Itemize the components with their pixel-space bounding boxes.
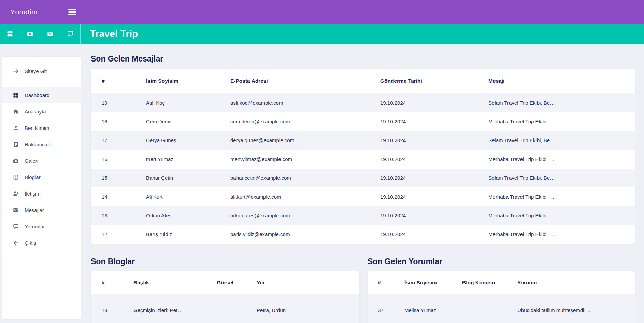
messages-table-header: # İsim Soyisim E-Posta Adresi Gönderme T…	[91, 69, 635, 93]
sidebar-item-anasayfa[interactable]: Anasayfa	[2, 103, 81, 120]
comments-table-header: # İsim Soyisim Blog Konusu Yorumu	[368, 271, 635, 294]
column-header: Görsel	[217, 280, 257, 286]
column-header: İsim Soyisim	[404, 280, 462, 286]
sidebar-item-mesajlar[interactable]: Mesajlar	[2, 202, 81, 218]
grid-icon	[13, 92, 19, 98]
messages-section-title: Son Gelen Mesajlar	[91, 54, 635, 64]
camera-icon	[13, 158, 19, 164]
mail-icon	[47, 30, 54, 37]
comments-section-title: Son Gelen Yorumlar	[368, 257, 635, 266]
sidebar-item-bloglar[interactable]: Bloglar	[2, 169, 81, 185]
main-content: Son Gelen Mesajlar # İsim Soyisim E-Post…	[81, 44, 644, 323]
table-row: 18Cem Demircem.demir@example.com19.10.20…	[91, 112, 635, 131]
sidebar: Siteye Git Dashboard Anasayfa Ben Kimim …	[2, 56, 81, 320]
column-header: #	[378, 280, 404, 286]
messages-shortcut-button[interactable]	[40, 24, 60, 44]
sidebar-item-dashboard[interactable]: Dashboard	[2, 87, 81, 103]
sidebar-item-yorumlar[interactable]: Yorumlar	[2, 218, 81, 234]
user-icon	[13, 125, 19, 131]
column-header: Başlık	[133, 280, 217, 286]
blogs-section: Son Bloglar # Başlık Görsel Yer 18 Geçmi…	[91, 244, 359, 323]
sidebar-item-label: İletişim	[25, 191, 41, 197]
mail-icon	[13, 207, 19, 213]
column-header: Mesajı	[488, 78, 635, 84]
camera-icon	[27, 30, 33, 37]
column-header: E-Posta Adresi	[230, 78, 380, 84]
column-header: Gönderme Tarihi	[380, 78, 488, 84]
blogs-table-header: # Başlık Görsel Yer	[91, 271, 359, 294]
column-header: Yer	[257, 280, 359, 286]
messages-table: # İsim Soyisim E-Posta Adresi Gönderme T…	[91, 69, 635, 244]
journal-icon	[13, 174, 19, 180]
comments-section: Son Gelen Yorumlar # İsim Soyisim Blog K…	[368, 244, 635, 323]
sidebar-item-hakkimizda[interactable]: Hakkımızda	[2, 136, 81, 152]
sidebar-item-label: Galeri	[25, 158, 38, 164]
sidebar-item-label: Hakkımızda	[25, 142, 52, 147]
sidebar-item-cikis[interactable]: Çıkış	[2, 234, 81, 251]
table-row: 15Bahar Çetinbahar.cetin@example.com19.1…	[91, 169, 635, 187]
column-header: #	[102, 78, 146, 84]
blogs-table: # Başlık Görsel Yer 18 Geçmişin İzleri: …	[91, 271, 359, 323]
table-row: 13Orkun Ateşorkun.ates@example.com19.10.…	[91, 206, 635, 225]
sidebar-item-galeri[interactable]: Galeri	[2, 152, 81, 169]
chat-icon	[13, 223, 19, 230]
menu-toggle-button[interactable]	[68, 9, 76, 15]
column-header: Yorumu	[517, 280, 635, 286]
app-brand: Yönetim	[10, 8, 68, 16]
blogs-section-title: Son Bloglar	[91, 257, 359, 266]
hamburger-icon	[68, 9, 76, 10]
sidebar-item-label: Mesajlar	[25, 207, 44, 213]
sidebar-item-label: Çıkış	[25, 240, 36, 246]
top-app-bar: Yönetim	[0, 0, 644, 24]
sidebar-item-iletisim[interactable]: İletişim	[2, 185, 81, 202]
table-row: 18 Geçmişin İzleri: Pet… Petra, Ürdün	[91, 294, 359, 323]
sidebar-item-label: Yorumlar	[25, 224, 45, 229]
comments-shortcut-button[interactable]	[60, 24, 81, 44]
sidebar-item-label: Dashboard	[25, 92, 49, 98]
table-row: 14Ali Kurtali.kurt@example.com19.10.2024…	[91, 187, 635, 206]
column-header: Blog Konusu	[462, 280, 517, 286]
table-row: 12Barış Yıldızbaris.yildiz@example.com19…	[91, 225, 635, 244]
sidebar-item-label: Bloglar	[25, 174, 41, 180]
table-row: 19Aslı Koçasli.koc@example.com19.10.2024…	[91, 93, 635, 112]
table-row: 37 Melisa Yılmaz Ubud'daki tatilim muhte…	[368, 294, 635, 323]
comments-table: # İsim Soyisim Blog Konusu Yorumu 37 Mel…	[368, 271, 635, 323]
secondary-bar: Travel Trip	[0, 24, 644, 44]
sidebar-item-siteye-git[interactable]: Siteye Git	[2, 63, 81, 79]
sidebar-item-label: Siteye Git	[25, 68, 47, 74]
user-plus-icon	[13, 190, 19, 197]
grid-icon	[6, 30, 13, 37]
arrow-left-icon	[13, 240, 19, 246]
document-icon	[13, 141, 19, 148]
dashboard-shortcut-button[interactable]	[0, 24, 20, 44]
gallery-shortcut-button[interactable]	[20, 24, 40, 44]
home-icon	[13, 108, 19, 115]
sidebar-item-label: Anasayfa	[25, 109, 46, 115]
sidebar-item-ben-kimim[interactable]: Ben Kimim	[2, 120, 81, 136]
column-header: İsim Soyisim	[146, 78, 230, 84]
table-row: 16mert Yılmazmert.yilmaz@example.com19.1…	[91, 150, 635, 169]
table-row: 17Derya Güneşderya.günes@example.com19.1…	[91, 131, 635, 150]
page-title: Travel Trip	[90, 29, 138, 39]
sidebar-item-label: Ben Kimim	[25, 125, 49, 131]
arrow-right-icon	[13, 68, 19, 75]
column-header: #	[102, 280, 133, 286]
chat-icon	[67, 30, 74, 37]
